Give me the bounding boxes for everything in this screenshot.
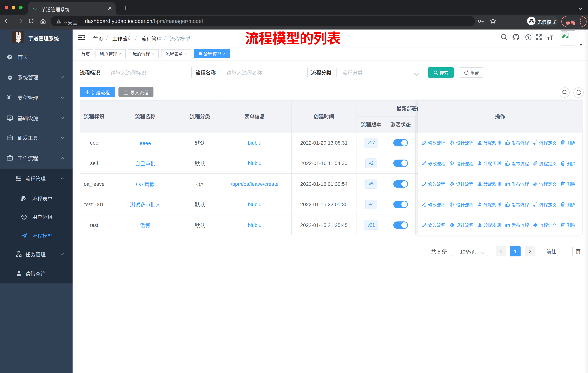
svg-text:?: ? [527, 35, 530, 39]
